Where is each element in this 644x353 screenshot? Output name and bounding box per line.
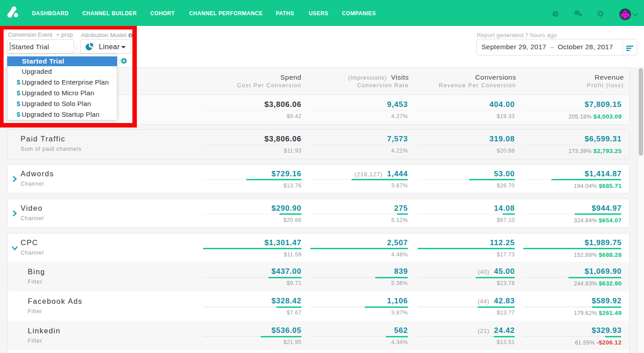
svg-text:?: ? <box>554 11 557 16</box>
